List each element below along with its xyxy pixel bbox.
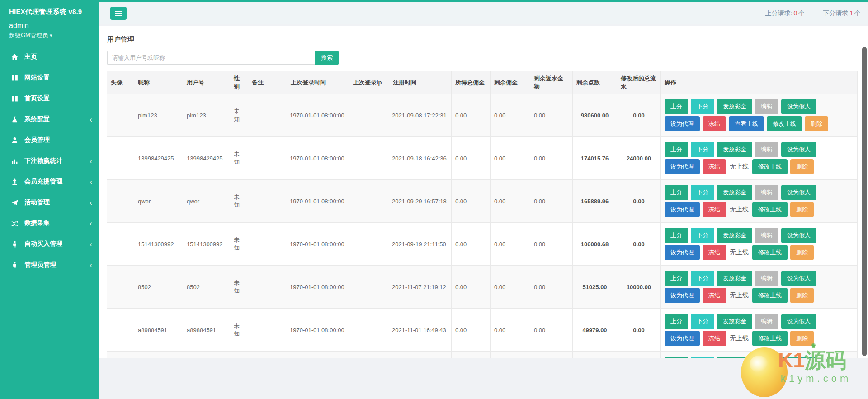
set-agent-button[interactable]: 设为代理 <box>665 288 700 303</box>
edit-button[interactable]: 编辑 <box>755 357 778 358</box>
grant-bonus-button[interactable]: 发放彩金 <box>717 99 752 114</box>
edit-button[interactable]: 编辑 <box>755 142 778 157</box>
grant-bonus-button[interactable]: 发放彩金 <box>717 271 752 286</box>
modify-upline-button[interactable]: 修改上线 <box>752 331 788 346</box>
set-fake-button[interactable]: 设为假人 <box>781 99 816 114</box>
sidebar-item-会员管理[interactable]: 会员管理 <box>0 130 99 150</box>
set-fake-button[interactable]: 设为假人 <box>781 142 816 157</box>
set-agent-button[interactable]: 设为代理 <box>665 116 700 131</box>
down-button[interactable]: 下分 <box>691 314 714 329</box>
edit-button[interactable]: 编辑 <box>755 185 778 200</box>
sidebar-item-下注输赢统计[interactable]: 下注输赢统计 ‹ <box>0 150 99 171</box>
sidebar-item-主页[interactable]: 主页 <box>0 47 99 67</box>
modify-upline-button[interactable]: 修改上线 <box>752 202 788 217</box>
nickname-cell <box>134 352 183 359</box>
sidebar-item-自动买入管理[interactable]: 自动买入管理 ‹ <box>0 234 99 254</box>
down-request-stat[interactable]: 下分请求1个 <box>823 9 861 17</box>
last-login-cell: 1970-01-01 08:00:00 <box>287 180 349 223</box>
up-request-stat[interactable]: 上分请求:0个 <box>765 9 805 17</box>
set-fake-button[interactable]: 设为假人 <box>781 357 816 358</box>
flow-cell: 24000.00 <box>617 137 661 180</box>
last-ip-cell <box>349 223 389 266</box>
role-dropdown[interactable]: 超级GM管理员▾ <box>9 31 90 39</box>
grant-bonus-button[interactable]: 发放彩金 <box>717 142 752 157</box>
set-fake-button[interactable]: 设为假人 <box>781 314 816 329</box>
grant-bonus-button[interactable]: 发放彩金 <box>717 357 752 358</box>
sidebar-item-管理员管理[interactable]: 管理员管理 ‹ <box>0 254 99 275</box>
sidebar-item-系统配置[interactable]: 系统配置 ‹ <box>0 109 99 130</box>
modify-upline-button[interactable]: 修改上线 <box>752 245 788 260</box>
sidebar-item-会员充提管理[interactable]: 会员充提管理 ‹ <box>0 171 99 192</box>
edit-button[interactable]: 编辑 <box>755 271 778 286</box>
delete-button[interactable]: 删除 <box>790 331 814 346</box>
last-login-cell: 1970-01-01 08:00:00 <box>287 309 349 352</box>
edit-button[interactable]: 编辑 <box>755 99 778 114</box>
freeze-button[interactable]: 冻结 <box>703 159 726 174</box>
down-button[interactable]: 下分 <box>691 142 714 157</box>
freeze-button[interactable]: 冻结 <box>703 288 726 303</box>
grant-bonus-button[interactable]: 发放彩金 <box>717 228 752 243</box>
search-button[interactable]: 搜索 <box>315 51 339 65</box>
edit-button[interactable]: 编辑 <box>755 228 778 243</box>
delete-button[interactable]: 删除 <box>790 159 814 174</box>
modify-upline-button[interactable]: 修改上线 <box>752 159 788 174</box>
delete-button[interactable]: 删除 <box>790 245 814 260</box>
chevron-left-icon: ‹ <box>90 199 92 207</box>
modify-upline-button[interactable]: 修改上线 <box>767 116 802 131</box>
modify-upline-button[interactable]: 修改上线 <box>752 288 788 303</box>
sidebar-item-首页设置[interactable]: 首页设置 <box>0 88 99 109</box>
down-button[interactable]: 下分 <box>691 357 714 358</box>
delete-button[interactable]: 删除 <box>790 202 814 217</box>
set-agent-button[interactable]: 设为代理 <box>665 159 700 174</box>
down-button[interactable]: 下分 <box>691 271 714 286</box>
delete-button[interactable]: 删除 <box>805 116 828 131</box>
search-input[interactable] <box>107 51 315 65</box>
down-button[interactable]: 下分 <box>691 99 714 114</box>
sidebar-item-label: 管理员管理 <box>24 261 90 269</box>
set-fake-button[interactable]: 设为假人 <box>781 271 816 286</box>
sidebar-item-活动管理[interactable]: 活动管理 ‹ <box>0 192 99 213</box>
column-header: 头像 <box>107 71 134 94</box>
flow-cell: 0.00 <box>617 309 661 352</box>
scrollbar[interactable] <box>862 47 867 356</box>
actions-cell: 上分 下分 发放彩金 编辑 设为假人 设为代理 冻结 无上线 修改上线 删除 <box>661 137 858 180</box>
freeze-button[interactable]: 冻结 <box>703 116 726 131</box>
up-button[interactable]: 上分 <box>665 142 688 157</box>
gender-cell: 未知 <box>230 180 248 223</box>
set-fake-button[interactable]: 设为假人 <box>781 228 816 243</box>
sidebar-item-网站设置[interactable]: 网站设置 <box>0 67 99 88</box>
last-login-cell: 1970-01-01 08:00:00 <box>287 223 349 266</box>
no-upline-text: 无上线 <box>730 206 749 214</box>
search-bar: 搜索 <box>107 51 860 65</box>
role-label: 超级GM管理员 <box>9 32 48 38</box>
nickname-cell: a89884591 <box>134 309 183 352</box>
freeze-button[interactable]: 冻结 <box>703 202 726 217</box>
delete-button[interactable]: 删除 <box>790 288 814 303</box>
up-button[interactable]: 上分 <box>665 314 688 329</box>
edit-button[interactable]: 编辑 <box>755 314 778 329</box>
sidebar-toggle-button[interactable] <box>110 7 127 20</box>
view-upline-button[interactable]: 查看上线 <box>729 116 764 131</box>
freeze-button[interactable]: 冻结 <box>703 245 726 260</box>
set-agent-button[interactable]: 设为代理 <box>665 202 700 217</box>
down-button[interactable]: 下分 <box>691 185 714 200</box>
avatar-cell <box>107 137 134 180</box>
grant-bonus-button[interactable]: 发放彩金 <box>717 185 752 200</box>
down-button[interactable]: 下分 <box>691 228 714 243</box>
up-button[interactable]: 上分 <box>665 185 688 200</box>
up-button[interactable]: 上分 <box>665 228 688 243</box>
last-ip-cell <box>349 137 389 180</box>
up-button[interactable]: 上分 <box>665 271 688 286</box>
flask-icon <box>11 116 19 123</box>
grant-bonus-button[interactable]: 发放彩金 <box>717 314 752 329</box>
freeze-button[interactable]: 冻结 <box>703 331 726 346</box>
total-commission-cell: 0.00 <box>452 94 491 137</box>
sidebar-item-数据采集[interactable]: 数据采集 ‹ <box>0 213 99 234</box>
up-button[interactable]: 上分 <box>665 99 688 114</box>
up-button[interactable]: 上分 <box>665 357 688 358</box>
set-agent-button[interactable]: 设为代理 <box>665 331 700 346</box>
total-commission-cell: 0.00 <box>452 223 491 266</box>
avatar-cell <box>107 223 134 266</box>
set-agent-button[interactable]: 设为代理 <box>665 245 700 260</box>
set-fake-button[interactable]: 设为假人 <box>781 185 816 200</box>
